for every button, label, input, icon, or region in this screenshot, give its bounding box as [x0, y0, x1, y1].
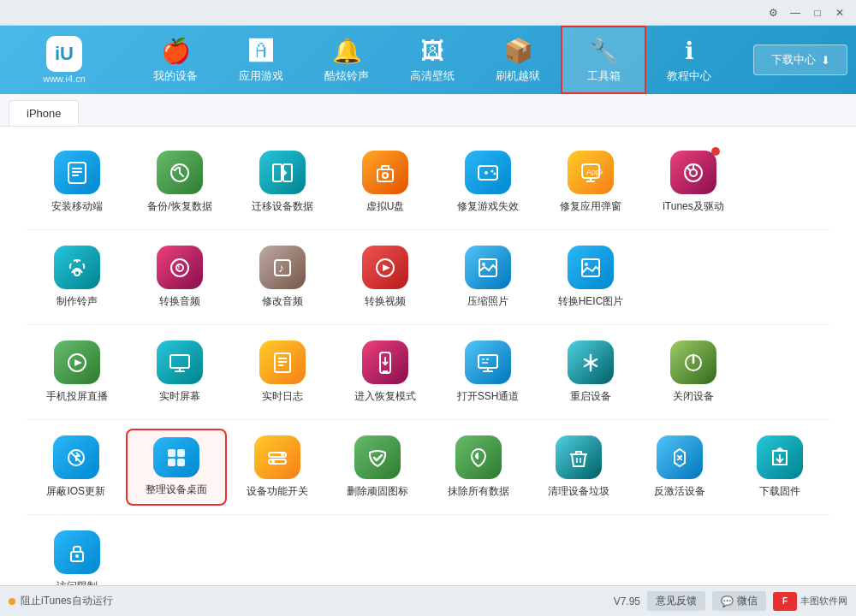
tool-row-4: 屏蔽IOS更新 整理设备桌面 设备功能开关 删除顽固图标 抹除所有数据 [26, 429, 830, 515]
tool-compress-photo[interactable]: 压缩照片 [437, 239, 539, 316]
brand-label: 丰图软件网 [800, 595, 847, 607]
svg-rect-55 [177, 459, 185, 466]
tab-iphone[interactable]: iPhone [9, 100, 79, 126]
svg-rect-26 [479, 259, 496, 276]
make-ringtone-label: 制作铃声 [56, 294, 98, 309]
tool-recovery-mode[interactable]: 进入恢复模式 [334, 334, 437, 411]
screen-mirror-label: 手机投屏直播 [46, 389, 108, 404]
convert-audio-label: 转换音频 [159, 294, 200, 309]
tool-realtime-log[interactable]: 实时日志 [231, 334, 334, 411]
feedback-button[interactable]: 意见反馈 [647, 591, 705, 611]
virtual-udisk-label: 虚拟U盘 [366, 199, 405, 214]
tool-clean-junk[interactable]: 清理设备垃圾 [529, 429, 629, 506]
title-bar: ⚙ — □ ✕ [0, 0, 856, 26]
header: iU www.i4.cn 🍎 我的设备 🅰 应用游戏 🔔 酷炫铃声 🖼 高清壁纸… [0, 26, 856, 94]
shutdown-device-icon [670, 341, 716, 384]
nav-app-games[interactable]: 🅰 应用游戏 [218, 26, 304, 94]
brand-logo: F 丰图软件网 [773, 592, 847, 611]
delete-stubborn-icon [354, 435, 401, 479]
tool-screen-mirror[interactable]: 手机投屏直播 [26, 334, 128, 411]
nav-app-games-icon: 🅰 [249, 37, 273, 65]
nav-tutorials[interactable]: ℹ 教程中心 [646, 26, 732, 94]
fix-app-icon: Apple [568, 151, 614, 194]
download-icon: ⬇ [821, 54, 830, 67]
backup-restore-label: 备份/恢复数据 [147, 199, 211, 214]
recovery-mode-label: 进入恢复模式 [354, 389, 416, 404]
status-bar: 阻止iTunes自动运行 V7.95 意见反馈 💬 微信 F 丰图软件网 [0, 585, 856, 616]
svg-point-13 [494, 172, 496, 175]
ssh-tunnel-label: 打开SSH通道 [457, 389, 520, 404]
wechat-button[interactable]: 💬 微信 [712, 591, 766, 611]
realtime-log-label: 实时日志 [262, 389, 303, 404]
svg-rect-53 [177, 449, 185, 457]
clean-junk-icon [556, 435, 602, 479]
svg-text:♪: ♪ [278, 261, 284, 275]
tool-access-limit[interactable]: 访问限制 [26, 524, 128, 585]
nav-toolbox[interactable]: 🔧 工具箱 [561, 26, 646, 94]
maximize-button[interactable]: □ [808, 3, 827, 22]
settings-button[interactable]: ⚙ [764, 3, 782, 22]
tool-ssh-tunnel[interactable]: 打开SSH通道 [437, 334, 539, 411]
svg-rect-54 [168, 459, 175, 466]
nav-my-device-label: 我的设备 [153, 68, 198, 84]
recovery-mode-icon [362, 341, 408, 384]
tool-row-2: 制作铃声 ♪ 转换音频 ♪ 修改音频 转换视频 压缩照片 [26, 239, 830, 325]
nav-jailbreak-label: 刷机越狱 [496, 68, 540, 84]
tool-fix-app[interactable]: Apple 修复应用弹窗 [539, 144, 642, 221]
wechat-label: 微信 [737, 594, 758, 608]
ssh-tunnel-icon [465, 341, 511, 384]
tool-backup-restore[interactable]: 备份/恢复数据 [128, 144, 231, 221]
close-button[interactable]: ✕ [830, 3, 849, 22]
nav-ringtones-icon: 🔔 [332, 37, 362, 65]
tool-device-feature[interactable]: 设备功能开关 [227, 429, 327, 506]
deactivate-icon [657, 435, 703, 479]
tool-download-firmware[interactable]: 下载固件 [729, 429, 829, 506]
realtime-screen-label: 实时屏幕 [159, 389, 200, 404]
window-controls: ⚙ — □ ✕ [764, 3, 849, 22]
tool-delete-stubborn[interactable]: 删除顽固图标 [328, 429, 428, 506]
convert-audio-icon: ♪ [157, 246, 203, 289]
tool-realtime-screen[interactable]: 实时屏幕 [128, 334, 231, 411]
tool-deactivate[interactable]: 反激活设备 [629, 429, 729, 506]
svg-point-57 [281, 453, 284, 456]
tool-shutdown-device[interactable]: 关闭设备 [642, 334, 745, 411]
tool-virtual-udisk[interactable]: 虚拟U盘 [334, 144, 437, 221]
migrate-data-label: 迁移设备数据 [252, 199, 313, 214]
tool-make-ringtone[interactable]: 制作铃声 [26, 239, 128, 316]
delete-stubborn-label: 删除顽固图标 [347, 484, 408, 499]
svg-rect-39 [479, 355, 497, 368]
tool-row-3: 手机投屏直播 实时屏幕 实时日志 进入恢复模式 打开SSH通道 [26, 334, 830, 420]
svg-point-27 [482, 263, 485, 266]
nav-my-device-icon: 🍎 [161, 37, 191, 65]
tool-wipe-data[interactable]: 抹除所有数据 [428, 429, 528, 506]
version-label: V7.95 [614, 595, 640, 607]
nav-my-device[interactable]: 🍎 我的设备 [133, 26, 218, 94]
badge-icon [711, 147, 720, 156]
tool-organize-desktop[interactable]: 整理设备桌面 [126, 429, 227, 506]
install-app-icon [54, 151, 100, 194]
nav-ringtones[interactable]: 🔔 酷炫铃声 [304, 26, 389, 94]
tool-block-ios-update[interactable]: 屏蔽IOS更新 [26, 429, 126, 506]
organize-desktop-icon [153, 437, 199, 477]
tool-convert-audio[interactable]: ♪ 转换音频 [128, 239, 231, 316]
download-center-button[interactable]: 下载中心 ⬇ [753, 44, 847, 75]
svg-marker-31 [74, 359, 82, 366]
logo-subtext: www.i4.cn [43, 74, 86, 84]
tool-edit-audio[interactable]: ♪ 修改音频 [231, 239, 334, 316]
tool-install-app[interactable]: 安装移动端 [26, 144, 128, 221]
tool-restart-device[interactable]: 重启设备 [539, 334, 642, 411]
wipe-data-icon [455, 435, 502, 479]
tool-convert-video[interactable]: 转换视频 [334, 239, 437, 316]
svg-rect-2 [72, 171, 82, 173]
tool-fix-game[interactable]: 修复游戏失效 [437, 144, 539, 221]
nav-app-games-label: 应用游戏 [239, 68, 283, 84]
nav-wallpapers-icon: 🖼 [420, 37, 444, 65]
minimize-button[interactable]: — [786, 3, 805, 22]
tool-migrate-data[interactable]: 迁移设备数据 [231, 144, 334, 221]
tool-convert-heic[interactable]: 转换HEIC图片 [539, 239, 642, 316]
nav-wallpapers[interactable]: 🖼 高清壁纸 [389, 26, 475, 94]
nav-jailbreak[interactable]: 📦 刷机越狱 [475, 26, 561, 94]
convert-video-icon [362, 246, 408, 289]
restart-device-label: 重启设备 [570, 389, 611, 404]
tool-itunes-driver[interactable]: iTunes及驱动 [642, 144, 745, 221]
